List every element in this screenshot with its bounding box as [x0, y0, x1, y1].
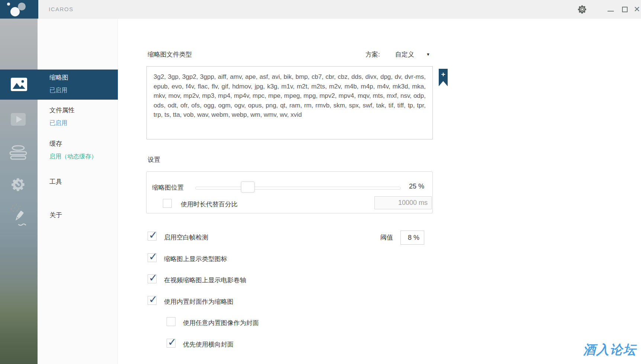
cache-stack-icon[interactable] [9, 143, 27, 162]
film-strip-overlay-checkbox[interactable]: ✓ [148, 274, 157, 283]
sidebar-item-thumbnails[interactable]: 缩略图 已启用 [0, 70, 118, 100]
minimize-button[interactable] [605, 0, 616, 19]
settings-gear-icon[interactable] [577, 4, 587, 15]
thumbnail-position-value: 25 % [409, 183, 424, 190]
sidebar-item-label: 缩略图 [49, 73, 68, 82]
checkmark-icon: ✓ [168, 336, 176, 348]
sidebar-item-file-properties[interactable]: 文件属性 已启用 [49, 106, 75, 127]
sidebar-item-status: 启用（动态缓存） [49, 153, 97, 161]
sidebar-item-tools[interactable]: 工具 [49, 177, 62, 186]
thumbnail-position-label: 缩略图位置 [152, 183, 184, 192]
threshold-input[interactable] [400, 231, 424, 245]
prefer-landscape-cover-label: 优先使用横向封面 [183, 340, 233, 349]
plus-icon: + [439, 70, 448, 78]
prefer-landscape-cover-checkbox[interactable]: ✓ [167, 339, 175, 348]
close-button[interactable]: ✕ [631, 0, 641, 19]
main-content: 缩略图文件类型 方案: 自定义 ▼ 3g2, 3gp, 3gp2, 3gpp, … [118, 19, 641, 364]
sidebar-item-cache[interactable]: 缓存 启用（动态缓存） [49, 139, 97, 161]
settings-label: 设置 [148, 155, 160, 164]
video-properties-icon[interactable] [10, 112, 26, 129]
sidebar-item-label: 文件属性 [49, 106, 75, 115]
filetypes-textbox[interactable]: 3g2, 3gp, 3gp2, 3gpp, aiff, amv, ape, as… [146, 66, 433, 139]
logo-circle [7, 3, 10, 6]
app-title: ICAROS [49, 0, 74, 19]
title-bar: ICAROS ✕ [0, 0, 641, 19]
film-strip-overlay-label: 在视频缩略图上显示电影卷轴 [164, 276, 246, 284]
filetypes-label: 缩略图文件类型 [148, 50, 192, 59]
checkmark-icon: ✓ [149, 251, 157, 263]
sidebar-item-label: 缓存 [49, 139, 97, 148]
blank-frame-detection-label: 启用空白帧检测 [164, 233, 208, 242]
duration-ms-input[interactable] [374, 196, 432, 209]
sidebar-item-about[interactable]: 关于 [49, 211, 62, 219]
minimize-icon [608, 11, 614, 12]
checkmark-icon: ✓ [149, 272, 157, 284]
any-embedded-image-checkbox[interactable] [167, 317, 175, 326]
thumbnail-position-slider-track[interactable] [195, 187, 401, 190]
type-icon-overlay-label: 缩略图上显示类型图标 [164, 255, 227, 263]
app-logo-icon [0, 0, 38, 19]
blank-frame-detection-checkbox[interactable]: ✓ [148, 232, 157, 241]
scheme-label: 方案: [365, 50, 380, 59]
sidebar-item-label: 工具 [49, 177, 62, 186]
checkmark-icon: ✓ [149, 229, 157, 241]
image-icon [10, 77, 28, 92]
chevron-down-icon[interactable]: ▼ [426, 52, 430, 57]
pen-icon[interactable] [7, 203, 29, 230]
type-icon-overlay-checkbox[interactable]: ✓ [148, 253, 157, 262]
use-duration-label: 使用时长代替百分比 [181, 200, 238, 209]
forum-watermark: 酒入论坛 [583, 341, 637, 358]
sidebar-item-status: 已启用 [49, 119, 75, 127]
logo-circle [18, 3, 26, 10]
thumbnail-position-slider-thumb[interactable] [241, 181, 255, 193]
position-groupbox: 缩略图位置 25 % 使用时长代替百分比 [146, 171, 433, 213]
embedded-cover-label: 使用内置封面作为缩略图 [164, 297, 233, 306]
sidebar-item-label: 关于 [49, 211, 62, 219]
threshold-label: 阈值 [380, 233, 393, 242]
maximize-button[interactable] [619, 0, 631, 19]
embedded-cover-checkbox[interactable]: ✓ [148, 296, 157, 305]
maximize-icon [622, 7, 628, 12]
use-duration-checkbox[interactable] [163, 199, 172, 208]
tools-gear-icon[interactable] [10, 176, 26, 194]
checkmark-icon: ✓ [149, 293, 157, 306]
any-embedded-image-label: 使用任意内置图像作为封面 [183, 319, 259, 327]
sidebar-item-status: 已启用 [49, 87, 68, 94]
add-filetype-bookmark-button[interactable]: + [439, 69, 448, 86]
scheme-dropdown[interactable]: 自定义 [395, 50, 414, 59]
